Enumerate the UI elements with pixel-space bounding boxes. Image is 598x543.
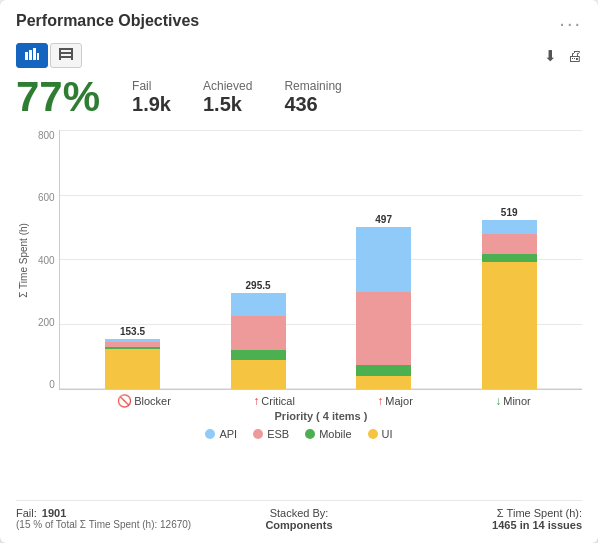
legend-mobile: Mobile [305, 428, 351, 440]
footer-fail: Fail: 1901 (15 % of Total Σ Time Spent (… [16, 507, 205, 531]
remaining-label: Remaining [284, 79, 341, 93]
x-label-critical: ↑ Critical [253, 394, 295, 408]
fail-stat: Fail 1.9k [132, 79, 171, 116]
svg-rect-3 [37, 53, 39, 60]
footer: Fail: 1901 (15 % of Total Σ Time Spent (… [16, 500, 582, 531]
achieved-label: Achieved [203, 79, 252, 93]
y-tick-800: 800 [38, 130, 55, 141]
x-label-major: ↑ Major [377, 394, 413, 408]
footer-time-value: 1465 in 14 issues [393, 519, 582, 531]
table-view-button[interactable] [50, 43, 82, 68]
toolbar: ⬇ 🖨 [16, 43, 582, 68]
legend-ui-label: UI [382, 428, 393, 440]
remaining-stat: Remaining 436 [284, 79, 341, 116]
bar-critical: 295.5 [231, 280, 286, 389]
legend-esb-dot [253, 429, 263, 439]
footer-stacked-value: Components [205, 519, 394, 531]
legend-api-label: API [219, 428, 237, 440]
bar-major-esb [356, 292, 411, 365]
bars-container: 153.5 [60, 130, 582, 389]
fail-value: 1.9k [132, 93, 171, 116]
bar-minor-api [482, 220, 537, 234]
bar-major-label: 497 [375, 214, 392, 225]
fail-label: Fail [132, 79, 151, 93]
card-title: Performance Objectives [16, 12, 199, 30]
bar-minor-mobile [482, 254, 537, 262]
bar-critical-label: 295.5 [246, 280, 271, 291]
download-button[interactable]: ⬇ [544, 47, 557, 65]
percent-value: 77% [16, 76, 100, 118]
footer-fail-label: Fail: [16, 507, 37, 519]
bar-critical-stack [231, 293, 286, 389]
bar-critical-api [231, 293, 286, 316]
blocker-icon: 🚫 [117, 394, 132, 408]
y-axis-label: Σ Time Spent (h) [18, 223, 29, 298]
legend-esb: ESB [253, 428, 289, 440]
bar-critical-mobile [231, 350, 286, 360]
achieved-stat: Achieved 1.5k [203, 79, 252, 116]
svg-rect-7 [59, 48, 61, 60]
print-button[interactable]: 🖨 [567, 47, 582, 64]
svg-rect-2 [33, 48, 36, 60]
legend-esb-label: ESB [267, 428, 289, 440]
bar-minor-esb [482, 234, 537, 254]
performance-card: Performance Objectives ··· ⬇ 🖨 77% Fail … [0, 0, 598, 543]
y-axis: 800 600 400 200 0 [38, 130, 59, 390]
svg-rect-4 [59, 48, 73, 50]
bar-minor-label: 519 [501, 207, 518, 218]
svg-rect-8 [71, 48, 73, 60]
remaining-value: 436 [284, 93, 317, 116]
legend: API ESB Mobile UI [16, 428, 582, 440]
bar-minor-ui [482, 262, 537, 389]
bar-critical-esb [231, 316, 286, 350]
svg-rect-1 [29, 50, 32, 60]
legend-api: API [205, 428, 237, 440]
svg-rect-0 [25, 52, 28, 60]
svg-rect-6 [59, 56, 73, 58]
bar-minor: 519 [482, 207, 537, 389]
x-label-blocker: 🚫 Blocker [117, 394, 171, 408]
footer-fail-value: 1901 [42, 507, 66, 519]
more-options-icon[interactable]: ··· [559, 12, 582, 35]
bar-major-mobile [356, 365, 411, 376]
minor-icon: ↓ [495, 394, 501, 408]
major-icon: ↑ [377, 394, 383, 408]
footer-stacked: Stacked By: Components [205, 507, 394, 531]
x-axis-labels: 🚫 Blocker ↑ Critical ↑ Major ↓ Minor [16, 390, 582, 408]
legend-mobile-label: Mobile [319, 428, 351, 440]
achieved-value: 1.5k [203, 93, 242, 116]
toolbar-right: ⬇ 🖨 [544, 47, 582, 65]
plot-area: 153.5 [59, 130, 582, 390]
y-tick-200: 200 [38, 317, 55, 328]
x-axis-title: Priority ( 4 items ) [16, 410, 582, 422]
footer-time: Σ Time Spent (h): 1465 in 14 issues [393, 507, 582, 531]
summary-row: 77% Fail 1.9k Achieved 1.5k Remaining 43… [16, 76, 582, 118]
y-tick-600: 600 [38, 192, 55, 203]
legend-mobile-dot [305, 429, 315, 439]
y-tick-0: 0 [49, 379, 55, 390]
svg-rect-5 [59, 52, 73, 54]
bar-major-api [356, 227, 411, 292]
legend-ui: UI [368, 428, 393, 440]
x-label-minor: ↓ Minor [495, 394, 531, 408]
bar-major: 497 [356, 214, 411, 389]
view-toggle [16, 43, 82, 68]
bar-minor-stack [482, 220, 537, 389]
bar-major-ui [356, 376, 411, 389]
legend-api-dot [205, 429, 215, 439]
bar-blocker-stack [105, 339, 160, 389]
footer-time-label: Σ Time Spent (h): [393, 507, 582, 519]
card-header: Performance Objectives ··· [16, 12, 582, 35]
bar-blocker-label: 153.5 [120, 326, 145, 337]
bar-critical-ui [231, 360, 286, 389]
footer-stacked-label: Stacked By: [205, 507, 394, 519]
chart-area: Σ Time Spent (h) 800 600 400 200 0 [16, 130, 582, 496]
footer-fail-sub: (15 % of Total Σ Time Spent (h): 12670) [16, 519, 205, 530]
chart-view-button[interactable] [16, 43, 48, 68]
bar-major-stack [356, 227, 411, 389]
y-tick-400: 400 [38, 255, 55, 266]
bar-blocker: 153.5 [105, 326, 160, 389]
legend-ui-dot [368, 429, 378, 439]
critical-icon: ↑ [253, 394, 259, 408]
bar-blocker-ui [105, 349, 160, 389]
